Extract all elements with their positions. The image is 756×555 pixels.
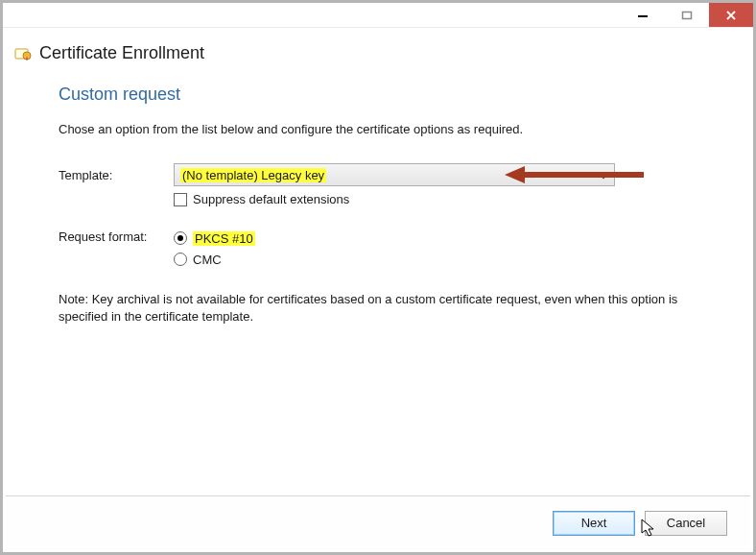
instruction-text: Chose an option from the list below and … — [59, 122, 705, 136]
format-option-cmc[interactable]: CMC — [174, 249, 705, 270]
button-bar: Next Cancel — [6, 495, 750, 549]
titlebar — [3, 3, 753, 28]
section-heading: Custom request — [59, 84, 705, 105]
note-text: Note: Key archival is not available for … — [59, 291, 705, 325]
close-icon — [725, 10, 737, 21]
cancel-button-label: Cancel — [667, 516, 705, 530]
format-option-pkcs10[interactable]: PKCS #10 — [174, 228, 705, 249]
template-dropdown[interactable]: (No template) Legacy key — [174, 163, 615, 186]
window-title: Certificate Enrollment — [39, 43, 204, 63]
next-button[interactable]: Next — [553, 511, 635, 536]
radio-pkcs10[interactable] — [174, 231, 187, 245]
minimize-button[interactable] — [621, 3, 665, 27]
request-format-row: Request format: PKCS #10 CMC — [59, 226, 705, 270]
suppress-extensions-row: Suppress default extensions — [174, 186, 705, 220]
dialog-window: Certificate Enrollment Custom request Ch… — [0, 0, 756, 555]
suppress-extensions-checkbox[interactable] — [174, 193, 187, 206]
template-value: (No template) Legacy key — [180, 168, 326, 182]
template-label: Template: — [59, 164, 174, 182]
content-area: Custom request Chose an option from the … — [3, 71, 753, 325]
chevron-down-icon — [599, 168, 608, 182]
radio-cmc[interactable] — [174, 253, 187, 266]
radio-cmc-label: CMC — [193, 253, 222, 267]
request-format-label: Request format: — [59, 226, 174, 244]
template-row: Template: (No template) Legacy key Suppr… — [59, 163, 705, 220]
maximize-icon — [681, 10, 693, 21]
radio-pkcs10-label: PKCS #10 — [193, 231, 255, 246]
certificate-icon — [14, 45, 32, 62]
maximize-button — [665, 3, 709, 27]
close-button[interactable] — [709, 3, 753, 27]
header: Certificate Enrollment — [3, 28, 753, 71]
cancel-button[interactable]: Cancel — [645, 511, 727, 536]
minimize-icon — [637, 10, 649, 21]
svg-rect-1 — [683, 12, 692, 18]
next-button-label: Next — [581, 516, 607, 530]
suppress-extensions-label: Suppress default extensions — [193, 192, 349, 206]
